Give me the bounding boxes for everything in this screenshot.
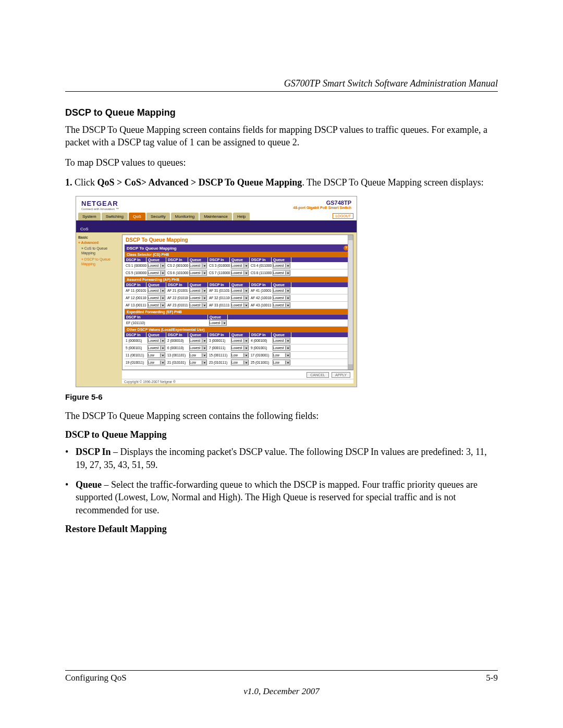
col-dscp: DSCP In (250, 282, 272, 287)
chevron-down-icon: ▾ (285, 353, 290, 357)
queue-select[interactable]: Lowest▾ (272, 287, 291, 294)
queue-select[interactable]: Lowest▾ (230, 269, 250, 276)
footer-version: v1.0, December 2007 (65, 686, 498, 697)
tab-monitoring[interactable]: Monitoring (171, 213, 199, 220)
logout-button[interactable]: LOGOUT (333, 213, 353, 219)
queue-select[interactable]: Low▾ (230, 359, 250, 366)
intro-paragraph: The DSCP To Queue Mapping screen contain… (65, 124, 498, 149)
bullet-queue-text: – Select the traffic-forwarding queue to… (76, 479, 478, 515)
queue-select[interactable]: Lowest▾ (272, 302, 291, 309)
queue-select[interactable]: Lowest▾ (188, 302, 208, 309)
queue-select[interactable]: Lowest▾ (272, 269, 291, 276)
panel-subheading: DSCP To Queue Mapping ? (125, 244, 351, 252)
screenshot-header: NETGEAR Connect with Innovation ™ GS748T… (76, 196, 357, 213)
dscp-label: 21 (010101) (166, 360, 188, 365)
step-text-pre: Click (75, 177, 97, 188)
queue-select[interactable]: Lowest▾ (188, 294, 208, 301)
panel-sub-label: DSCP To Queue Mapping (127, 246, 177, 251)
queue-select[interactable]: Low▾ (272, 359, 291, 366)
section-other-header: Other DSCP Values (Local/Experimental Us… (125, 327, 351, 332)
nav-cos-to-queue[interactable]: » CoS to Queue Mapping (81, 246, 120, 255)
nav-dscp-to-queue[interactable]: » DSCP to Queue Mapping (81, 257, 120, 266)
dscp-label: CS 1 (000000) (125, 263, 146, 268)
queue-select[interactable]: Lowest▾ (230, 302, 250, 309)
apply-button[interactable]: APPLY (332, 372, 350, 378)
section-cs-header: Class Selector (CS) PHB (125, 252, 351, 257)
tab-qos[interactable]: QoS (129, 213, 145, 220)
dscp-label: 17 (010001) (250, 353, 272, 357)
queue-select[interactable]: Lowest▾ (146, 344, 166, 351)
col-queue: Queue (188, 282, 208, 287)
dscp-label: 11 (001011) (125, 353, 146, 357)
dscp-label: CS 5 (100000) (125, 270, 146, 275)
queue-select[interactable]: Lowest▾ (146, 269, 166, 276)
chevron-down-icon: ▾ (202, 339, 206, 342)
queue-select[interactable]: Lowest▾ (272, 337, 291, 344)
queue-select[interactable]: Lowest▾ (230, 344, 250, 351)
queue-select[interactable]: Low▾ (230, 352, 250, 359)
footer-section: Configuring QoS (65, 673, 127, 683)
queue-select[interactable]: Lowest▾ (188, 269, 208, 276)
tab-help[interactable]: Help (233, 213, 250, 220)
table-row: CS 5 (100000)Lowest▾CS 6 (101000)Lowest▾… (125, 269, 351, 277)
chevron-down-icon: ▾ (285, 271, 290, 275)
queue-select[interactable]: Lowest▾ (272, 344, 291, 351)
queue-select[interactable]: Lowest▾ (272, 262, 291, 269)
queue-select[interactable]: Low▾ (188, 359, 208, 366)
bullet-dscp-label: DSCP In (76, 447, 111, 457)
queue-select[interactable]: Low▾ (146, 352, 166, 359)
tab-switching[interactable]: Switching (102, 213, 128, 220)
tab-maintenance[interactable]: Maintenance (200, 213, 232, 220)
queue-select[interactable]: Low▾ (188, 352, 208, 359)
ef-queue-select[interactable]: Lowest▾ (208, 319, 228, 326)
footer-rule (65, 670, 498, 671)
queue-select[interactable]: Lowest▾ (146, 302, 166, 309)
dscp-label: 5 (000101) (125, 346, 146, 350)
dscp-label: AF 22 (010100) (166, 295, 188, 300)
cancel-button[interactable]: CANCEL (307, 372, 328, 378)
heading-dscp-to-queue: DSCP to Queue Mapping (65, 107, 498, 118)
queue-select[interactable]: Lowest▾ (188, 337, 208, 344)
ef-data-row: EF (101110) Lowest▾ (125, 319, 351, 327)
nav-basic[interactable]: Basic (78, 236, 120, 239)
queue-select[interactable]: Lowest▾ (188, 262, 208, 269)
queue-select[interactable]: Lowest▾ (230, 337, 250, 344)
dscp-label: CS 6 (101000) (166, 270, 188, 275)
scroll-down-icon[interactable] (348, 364, 353, 369)
netgear-logo: NETGEAR (81, 200, 119, 207)
queue-select[interactable]: Lowest▾ (146, 262, 166, 269)
tab-system[interactable]: System (78, 213, 101, 220)
queue-select[interactable]: Lowest▾ (188, 287, 208, 294)
queue-select[interactable]: Lowest▾ (188, 344, 208, 351)
chevron-down-icon: ▾ (243, 264, 248, 267)
dscp-label: AF 12 (001100) (125, 295, 146, 300)
scrollbar-vertical[interactable] (348, 235, 353, 369)
section-ef-header: Expedited Forwarding (EF) PHB (125, 309, 351, 315)
chevron-down-icon: ▾ (202, 289, 206, 292)
model-description: 48-port Gigabit PoE Smart Switch (293, 206, 351, 209)
queue-select[interactable]: Low▾ (272, 352, 291, 359)
queue-select[interactable]: Lowest▾ (230, 287, 250, 294)
bullet-dscp-text: – Displays the incoming packet's DSCP va… (76, 447, 487, 470)
queue-select[interactable]: Lowest▾ (272, 294, 291, 301)
dscp-label: 15 (001111) (208, 353, 230, 357)
chevron-down-icon: ▾ (160, 289, 165, 292)
chevron-down-icon: ▾ (285, 346, 290, 350)
queue-select[interactable]: Lowest▾ (146, 294, 166, 301)
queue-select[interactable]: Lowest▾ (146, 337, 166, 344)
queue-select[interactable]: Lowest▾ (230, 294, 250, 301)
queue-select[interactable]: Lowest▾ (230, 262, 250, 269)
queue-select[interactable]: Lowest▾ (146, 287, 166, 294)
col-dscp: DSCP In (125, 257, 146, 262)
chevron-down-icon: ▾ (202, 303, 206, 307)
dscp-label: AF 21 (010010) (166, 288, 188, 293)
table-row: 1 (000001)Lowest▾2 (000010)Lowest▾3 (000… (125, 337, 351, 344)
queue-select[interactable]: Low▾ (146, 359, 166, 366)
dscp-label: CS 4 (011000) (250, 263, 272, 268)
nav-advanced[interactable]: » Advanced (78, 241, 120, 244)
col-queue: Queue (188, 257, 208, 262)
scroll-up-icon[interactable] (348, 235, 353, 240)
tab-security[interactable]: Security (146, 213, 170, 220)
col-queue: Queue (146, 257, 166, 262)
dscp-label: 13 (001101) (166, 353, 188, 357)
